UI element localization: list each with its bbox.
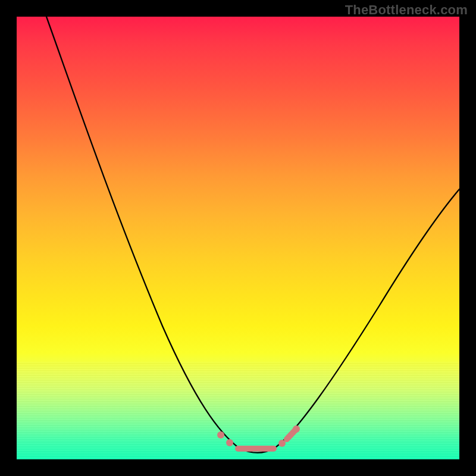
svg-point-1 bbox=[226, 439, 233, 446]
svg-point-3 bbox=[293, 425, 300, 433]
valley-indicator bbox=[217, 425, 300, 449]
curve-left bbox=[46, 17, 240, 449]
curve-right bbox=[274, 189, 459, 449]
watermark-label: TheBottleneck.com bbox=[345, 2, 468, 18]
curve-layer bbox=[17, 17, 459, 459]
plot-area bbox=[17, 17, 459, 459]
chart-frame: TheBottleneck.com bbox=[0, 0, 476, 476]
svg-point-0 bbox=[217, 431, 224, 439]
